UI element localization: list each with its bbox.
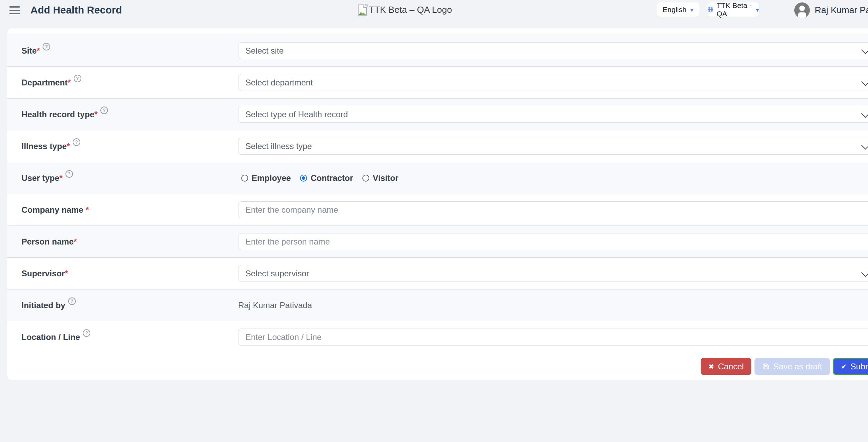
user-type-radio-group: Employee Contractor Visitor (238, 173, 398, 183)
chevron-down-icon (861, 77, 868, 86)
required-asterisk: * (59, 173, 62, 183)
help-icon[interactable]: ? (100, 107, 108, 114)
field-label: Location / Line (21, 332, 80, 342)
chevron-down-icon (861, 141, 868, 149)
radio-circle-selected-icon (300, 175, 307, 182)
form-actions: ✖ Cancel Save as draft ✔ Submit (7, 353, 868, 380)
supervisor-select[interactable]: Select supervisor (238, 265, 868, 282)
required-asterisk: * (74, 237, 77, 247)
form-row-department: Department* ? Select department (7, 66, 868, 98)
select-placeholder: Select illness type (245, 141, 312, 151)
location-line-input[interactable] (238, 329, 868, 346)
top-header: Add Health Record TTK Beta – QA Logo Eng… (0, 0, 868, 21)
form-row-person-name: Person name* (7, 225, 868, 257)
health-record-type-select[interactable]: Select type of Health record (238, 106, 868, 123)
form-row-site: Site* ? Select site (7, 35, 868, 66)
language-dropdown[interactable]: English ▾ (657, 2, 699, 17)
user-name[interactable]: Raj Kumar Pativada (815, 0, 868, 20)
logo-alt-text: TTK Beta – QA Logo (369, 4, 452, 15)
form-row-location-line: Location / Line ? (7, 321, 868, 353)
illness-type-select[interactable]: Select illness type (238, 138, 868, 155)
user-avatar-icon[interactable] (794, 2, 810, 18)
radio-circle-icon (241, 175, 248, 182)
required-asterisk: * (83, 205, 89, 215)
required-asterisk: * (67, 78, 71, 88)
floppy-disk-icon (762, 363, 769, 370)
field-label: Initiated by (21, 301, 65, 310)
radio-employee[interactable]: Employee (241, 173, 291, 183)
help-icon[interactable]: ? (65, 170, 73, 178)
field-label: Site (21, 46, 37, 56)
field-label: Illness type (21, 141, 67, 151)
radio-circle-icon (362, 175, 369, 182)
tenant-label: TTK Beta - QA (716, 1, 753, 18)
submit-label: Submit (850, 362, 868, 371)
add-health-record-form: Site* ? Select site Department* ? Select… (7, 28, 868, 380)
check-icon: ✔ (841, 363, 847, 370)
radio-label: Visitor (373, 173, 398, 183)
required-asterisk: * (65, 269, 68, 278)
tenant-dropdown[interactable]: TTK Beta - QA ▾ (707, 2, 759, 17)
app-logo: TTK Beta – QA Logo (358, 0, 452, 19)
hamburger-menu-icon[interactable] (9, 6, 20, 14)
person-name-input[interactable] (238, 233, 868, 250)
submit-button[interactable]: ✔ Submit (833, 358, 868, 375)
help-icon[interactable]: ? (83, 329, 90, 337)
form-row-user-type: User type* ? Employee Contractor Visitor (7, 162, 868, 194)
cancel-x-icon: ✖ (708, 363, 714, 370)
save-as-draft-label: Save as draft (773, 362, 822, 371)
caret-down-icon: ▾ (690, 7, 693, 13)
select-placeholder: Select site (245, 46, 284, 56)
radio-visitor[interactable]: Visitor (362, 173, 398, 183)
radio-label: Employee (252, 173, 291, 183)
form-row-supervisor: Supervisor* Select supervisor (7, 257, 868, 289)
help-icon[interactable]: ? (68, 297, 76, 305)
select-placeholder: Select supervisor (245, 269, 309, 278)
language-label: English (663, 6, 687, 14)
site-select[interactable]: Select site (238, 42, 868, 59)
form-row-health-record-type: Health record type* ? Select type of Hea… (7, 98, 868, 130)
cancel-button[interactable]: ✖ Cancel (701, 358, 751, 375)
help-icon[interactable]: ? (74, 75, 81, 82)
save-as-draft-button[interactable]: Save as draft (754, 358, 830, 375)
select-placeholder: Select type of Health record (245, 110, 348, 119)
help-icon[interactable]: ? (43, 43, 50, 50)
form-row-company-name: Company name * (7, 194, 868, 225)
company-name-input[interactable] (238, 201, 868, 218)
form-row-illness-type: Illness type* ? Select illness type (7, 130, 868, 162)
menu-bar (9, 10, 20, 11)
department-select[interactable]: Select department (238, 74, 868, 91)
form-row-initiated-by: Initiated by ? Raj Kumar Pativada (7, 289, 868, 321)
caret-down-icon: ▾ (756, 7, 759, 13)
cancel-label: Cancel (718, 362, 744, 371)
chevron-down-icon (861, 46, 868, 54)
required-asterisk: * (94, 110, 98, 119)
field-label: User type (21, 173, 59, 183)
menu-bar (9, 6, 20, 8)
required-asterisk: * (37, 46, 40, 56)
page-title: Add Health Record (30, 0, 122, 20)
field-label: Person name (21, 237, 74, 247)
radio-label: Contractor (310, 173, 353, 183)
field-label: Supervisor (21, 269, 65, 278)
select-placeholder: Select department (245, 78, 313, 88)
radio-contractor[interactable]: Contractor (300, 173, 353, 183)
help-icon[interactable]: ? (73, 138, 80, 146)
menu-bar (9, 13, 20, 15)
required-asterisk: * (67, 141, 70, 151)
chevron-down-icon (861, 109, 868, 118)
broken-image-icon (358, 3, 368, 16)
initiated-by-value: Raj Kumar Pativada (238, 301, 312, 310)
globe-icon (707, 6, 713, 13)
field-label: Department (21, 78, 67, 88)
chevron-down-icon (861, 268, 868, 277)
field-label: Health record type (21, 110, 94, 119)
field-label: Company name (21, 205, 83, 215)
